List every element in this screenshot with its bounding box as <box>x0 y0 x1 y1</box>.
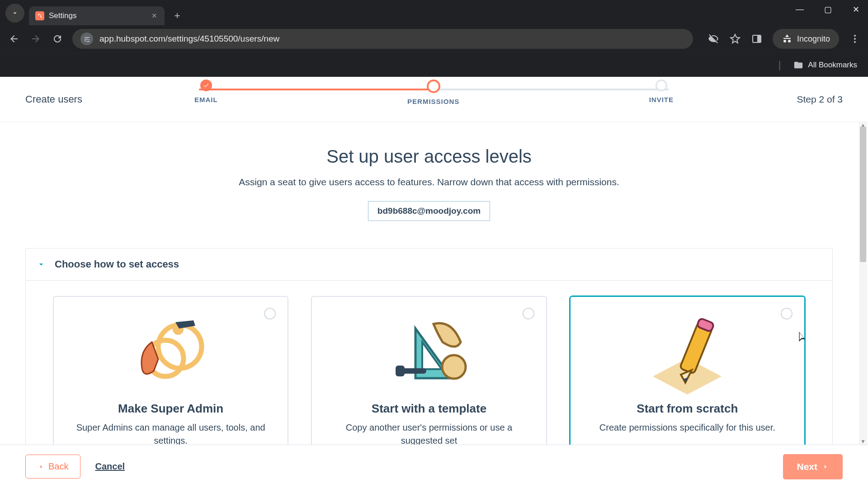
wizard-step-permissions[interactable]: PERMISSIONS <box>407 80 459 105</box>
chevron-right-icon <box>822 463 829 470</box>
tab-title: Settings <box>49 11 76 20</box>
side-panel-button[interactable] <box>751 33 763 45</box>
svg-point-7 <box>854 41 856 43</box>
chevron-down-icon <box>11 9 19 17</box>
star-icon <box>730 33 741 44</box>
svg-point-1 <box>40 16 42 18</box>
back-step-button[interactable]: Back <box>25 455 80 479</box>
card-desc: Create permissions specifically for this… <box>583 421 792 434</box>
bookmark-button[interactable] <box>729 33 741 45</box>
incognito-label: Incognito <box>797 34 830 44</box>
card-desc: Copy another user's permissions or use a… <box>325 421 533 445</box>
wizard-step-email[interactable]: EMAIL <box>194 80 218 105</box>
kebab-icon <box>849 33 860 44</box>
svg-rect-2 <box>39 14 42 16</box>
panel-icon <box>751 33 762 44</box>
svg-point-0 <box>38 14 39 15</box>
tune-icon <box>84 36 90 42</box>
wizard-step-label: PERMISSIONS <box>407 98 459 105</box>
close-tab-button[interactable]: ✕ <box>150 12 158 20</box>
radio-indicator <box>523 308 534 319</box>
url-text: app.hubspot.com/settings/45105500/users/… <box>99 34 279 44</box>
chrome-menu-button[interactable] <box>849 33 861 45</box>
radio-indicator <box>264 308 276 319</box>
address-bar[interactable]: app.hubspot.com/settings/45105500/users/… <box>72 29 693 49</box>
section-subtitle: Assign a seat to give users access to fe… <box>25 177 833 188</box>
svg-rect-13 <box>396 366 405 376</box>
arrow-right-icon <box>30 33 41 44</box>
divider: | <box>778 59 781 71</box>
option-scratch[interactable]: Start from scratch Create permissions sp… <box>570 296 805 445</box>
all-bookmarks-button[interactable]: All Bookmarks <box>793 60 857 70</box>
chevron-down-icon <box>37 260 46 269</box>
tracking-protection-button[interactable] <box>708 33 719 45</box>
user-email-chip: bd9b688c@moodjoy.com <box>368 201 490 221</box>
next-step-button[interactable]: Next <box>783 454 843 479</box>
svg-point-6 <box>854 38 856 40</box>
eye-off-icon <box>708 33 719 44</box>
pencil-icon <box>640 310 735 396</box>
minimize-window-button[interactable]: — <box>792 5 807 14</box>
maximize-window-button[interactable]: ▢ <box>820 5 835 14</box>
step-indicator: Step 2 of 3 <box>797 94 843 105</box>
cancel-button[interactable]: Cancel <box>95 461 125 472</box>
forward-button[interactable] <box>29 32 42 46</box>
reload-icon <box>52 33 63 44</box>
accordion-toggle[interactable]: Choose how to set access <box>26 249 832 281</box>
card-title: Start from scratch <box>583 402 792 416</box>
option-super-admin[interactable]: Make Super Admin Super Admins can manage… <box>53 296 288 445</box>
all-bookmarks-label: All Bookmarks <box>808 61 857 70</box>
wizard-stepper: EMAIL PERMISSIONS INVITE <box>194 80 674 105</box>
chevron-left-icon <box>38 464 44 470</box>
wizard-step-label: EMAIL <box>194 96 218 103</box>
browser-tab[interactable]: Settings ✕ <box>29 6 165 25</box>
next-label: Next <box>797 461 817 472</box>
new-tab-button[interactable]: ＋ <box>169 7 185 23</box>
section-title: Set up user access levels <box>25 146 833 167</box>
radio-indicator <box>781 308 793 319</box>
svg-point-5 <box>854 35 856 37</box>
keys-icon <box>123 310 218 396</box>
page-title: Create users <box>25 94 82 105</box>
tab-search-button[interactable] <box>5 4 24 23</box>
option-template[interactable]: Start with a template Copy another user'… <box>311 296 547 445</box>
card-title: Start with a template <box>325 402 533 416</box>
folder-icon <box>793 60 803 70</box>
svg-rect-4 <box>757 35 761 42</box>
incognito-icon <box>782 33 793 44</box>
tools-icon <box>382 310 476 396</box>
card-desc: Super Admins can manage all users, tools… <box>66 421 275 445</box>
wizard-step-label: INVITE <box>649 96 674 103</box>
reload-button[interactable] <box>51 32 64 46</box>
site-info-button[interactable] <box>80 33 93 45</box>
hubspot-favicon <box>35 11 44 20</box>
accordion-label: Choose how to set access <box>55 258 179 270</box>
scroll-down-button[interactable]: ▼ <box>859 438 867 445</box>
check-icon <box>203 82 209 89</box>
wizard-step-invite[interactable]: INVITE <box>649 80 674 105</box>
back-label: Back <box>48 461 68 472</box>
scrollbar[interactable]: ▲ ▼ <box>859 122 867 445</box>
arrow-left-icon <box>9 33 19 44</box>
incognito-badge[interactable]: Incognito <box>773 29 839 49</box>
svg-point-11 <box>442 355 466 379</box>
close-window-button[interactable]: ✕ <box>848 5 863 14</box>
scrollbar-thumb[interactable] <box>860 127 866 262</box>
back-button[interactable] <box>7 32 21 46</box>
card-title: Make Super Admin <box>66 402 275 416</box>
